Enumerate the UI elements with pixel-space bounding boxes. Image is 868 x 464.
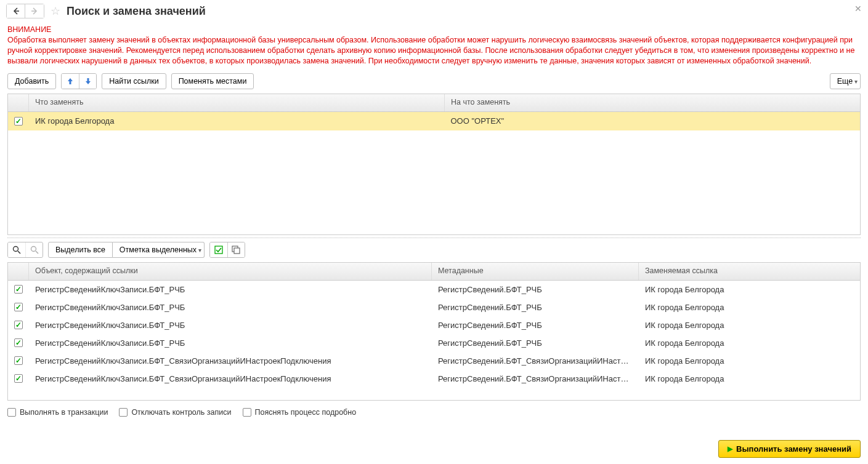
- footer-options: Выполнять в транзакции Отключать контрол…: [0, 403, 868, 422]
- magnifier-dim-icon: [30, 245, 39, 255]
- select-all-button[interactable]: Выделить все: [48, 242, 113, 258]
- page-title: Поиск и замена значений: [67, 5, 206, 18]
- close-button[interactable]: ✕: [854, 4, 862, 14]
- checkbox-icon: [243, 408, 251, 417]
- refs-row[interactable]: РегистрСведенийКлючЗаписи.БФТ_СвязиОрган…: [8, 370, 860, 388]
- move-down-button[interactable]: [79, 74, 96, 89]
- svg-point-4: [31, 246, 36, 251]
- nav-button-group: [6, 4, 44, 18]
- refs-ref-cell[interactable]: ИК города Белгорода: [639, 321, 860, 330]
- check-all-button[interactable]: [210, 242, 227, 257]
- disable-write-control-checkbox[interactable]: Отключать контроль записи: [119, 408, 231, 417]
- find-links-button[interactable]: Найти ссылки: [102, 73, 166, 89]
- replace-header-check: [8, 94, 29, 111]
- refs-obj-cell[interactable]: РегистрСведенийКлючЗаписи.БФТ_СвязиОрган…: [29, 374, 432, 383]
- zoom-group: [7, 242, 43, 258]
- refs-row[interactable]: РегистрСведенийКлючЗаписи.БФТ_СвязиОрган…: [8, 352, 860, 370]
- replace-header-from[interactable]: Что заменять: [29, 94, 445, 111]
- refs-ref-cell[interactable]: ИК города Белгорода: [639, 356, 860, 366]
- uncheck-all-button[interactable]: [227, 242, 245, 257]
- arrow-down-icon: [83, 76, 93, 86]
- arrow-right-icon: [31, 7, 38, 15]
- row-checkbox[interactable]: [14, 117, 23, 126]
- svg-rect-6: [215, 246, 222, 254]
- warning-title: ВНИМАНИЕ: [7, 25, 861, 35]
- checkbox-icon: [119, 408, 128, 417]
- refs-meta-cell[interactable]: РегистрСведений.БФТ_РЧБ: [432, 303, 639, 312]
- replace-row[interactable]: ИК города Белгорода ООО "ОРТЕХ": [8, 112, 860, 130]
- refs-ref-cell[interactable]: ИК города Белгорода: [639, 338, 860, 348]
- in-transaction-label: Выполнять в транзакции: [20, 408, 108, 417]
- play-icon: ▶: [728, 445, 732, 453]
- replace-header-to[interactable]: На что заменять: [445, 94, 860, 111]
- execute-replace-button[interactable]: ▶ Выполнить замену значений: [718, 440, 861, 458]
- refs-ref-cell[interactable]: ИК города Белгорода: [639, 303, 860, 312]
- nav-forward-button[interactable]: [25, 4, 44, 18]
- refs-row[interactable]: РегистрСведенийКлючЗаписи.БФТ_РЧБ Регист…: [8, 281, 860, 298]
- mark-selected-button[interactable]: Отметка выделенных: [113, 242, 205, 258]
- refs-meta-cell[interactable]: РегистрСведений.БФТ_СвязиОрганизацийИНас…: [432, 374, 639, 383]
- row-checkbox[interactable]: [14, 338, 23, 347]
- refs-header-obj[interactable]: Объект, содержащий ссылки: [29, 263, 432, 280]
- refs-header-ref[interactable]: Заменяемая ссылка: [639, 263, 860, 280]
- svg-line-3: [18, 251, 20, 254]
- refs-obj-cell[interactable]: РегистрСведенийКлючЗаписи.БФТ_РЧБ: [29, 285, 432, 294]
- replace-table: Что заменять На что заменять ИК города Б…: [7, 94, 861, 235]
- row-checkbox[interactable]: [14, 285, 23, 294]
- more-button[interactable]: Еще: [830, 73, 861, 89]
- refs-meta-cell[interactable]: РегистрСведений.БФТ_РЧБ: [432, 338, 639, 348]
- warning-block: ВНИМАНИЕ Обработка выполняет замену знач…: [0, 22, 868, 71]
- nav-back-button[interactable]: [7, 4, 25, 18]
- move-up-button[interactable]: [62, 74, 79, 89]
- checkbox-icon: [7, 408, 16, 417]
- zoom-in-button[interactable]: [8, 242, 25, 257]
- refs-meta-cell[interactable]: РегистрСведений.БФТ_РЧБ: [432, 321, 639, 330]
- svg-point-2: [14, 246, 18, 251]
- refs-obj-cell[interactable]: РегистрСведенийКлючЗаписи.БФТ_РЧБ: [29, 321, 432, 330]
- svg-rect-8: [234, 248, 240, 254]
- refs-ref-cell[interactable]: ИК города Белгорода: [639, 374, 860, 383]
- refs-row[interactable]: РегистрСведенийКлючЗаписи.БФТ_РЧБ Регист…: [8, 316, 860, 334]
- refs-ref-cell[interactable]: ИК города Белгорода: [639, 285, 860, 294]
- check-square-icon: [214, 245, 224, 255]
- execute-label: Выполнить замену значений: [736, 444, 851, 454]
- refs-meta-cell[interactable]: РегистрСведений.БФТ_СвязиОрганизацийИНас…: [432, 356, 639, 366]
- add-button[interactable]: Добавить: [7, 73, 56, 89]
- magnifier-icon: [12, 245, 22, 255]
- refs-row[interactable]: РегистрСведенийКлючЗаписи.БФТ_РЧБ Регист…: [8, 334, 860, 352]
- select-group: Выделить все Отметка выделенных: [48, 242, 205, 258]
- replace-to-cell[interactable]: ООО "ОРТЕХ": [445, 116, 861, 126]
- disable-write-control-label: Отключать контроль записи: [131, 408, 231, 417]
- warning-body: Обработка выполняет замену значений в об…: [7, 35, 861, 66]
- swap-button[interactable]: Поменять местами: [171, 73, 254, 89]
- arrow-up-icon: [65, 76, 75, 86]
- replace-from-cell[interactable]: ИК города Белгорода: [29, 116, 445, 126]
- replace-table-header: Что заменять На что заменять: [8, 94, 860, 112]
- squares-icon: [231, 245, 241, 255]
- favorite-star-icon[interactable]: ☆: [51, 4, 60, 18]
- refs-obj-cell[interactable]: РегистрСведенийКлючЗаписи.БФТ_РЧБ: [29, 338, 432, 348]
- explain-verbose-label: Пояснять процесс подробно: [255, 408, 357, 417]
- refs-table: Объект, содержащий ссылки Метаданные Зам…: [7, 262, 861, 401]
- refs-header-check: [8, 263, 29, 280]
- row-checkbox[interactable]: [14, 374, 23, 383]
- refs-obj-cell[interactable]: РегистрСведенийКлючЗаписи.БФТ_СвязиОрган…: [29, 356, 432, 366]
- row-checkbox[interactable]: [14, 303, 23, 311]
- check-group: [209, 242, 245, 258]
- move-group: [61, 73, 97, 89]
- refs-table-header: Объект, содержащий ссылки Метаданные Зам…: [8, 263, 860, 281]
- header-bar: ☆ Поиск и замена значений ✕: [0, 0, 868, 22]
- refs-header-meta[interactable]: Метаданные: [432, 263, 639, 280]
- row-checkbox[interactable]: [14, 321, 23, 329]
- in-transaction-checkbox[interactable]: Выполнять в транзакции: [7, 408, 108, 417]
- zoom-out-button[interactable]: [25, 242, 43, 257]
- toolbar-replace: Добавить Найти ссылки Поменять местами Е…: [0, 71, 868, 91]
- svg-line-5: [36, 251, 38, 254]
- refs-meta-cell[interactable]: РегистрСведений.БФТ_РЧБ: [432, 285, 639, 294]
- refs-row[interactable]: РегистрСведенийКлючЗаписи.БФТ_РЧБ Регист…: [8, 298, 860, 316]
- row-checkbox[interactable]: [14, 356, 23, 365]
- arrow-left-icon: [12, 7, 20, 15]
- explain-verbose-checkbox[interactable]: Пояснять процесс подробно: [243, 408, 357, 417]
- refs-obj-cell[interactable]: РегистрСведенийКлючЗаписи.БФТ_РЧБ: [29, 303, 432, 312]
- toolbar-refs: Выделить все Отметка выделенных: [0, 240, 868, 260]
